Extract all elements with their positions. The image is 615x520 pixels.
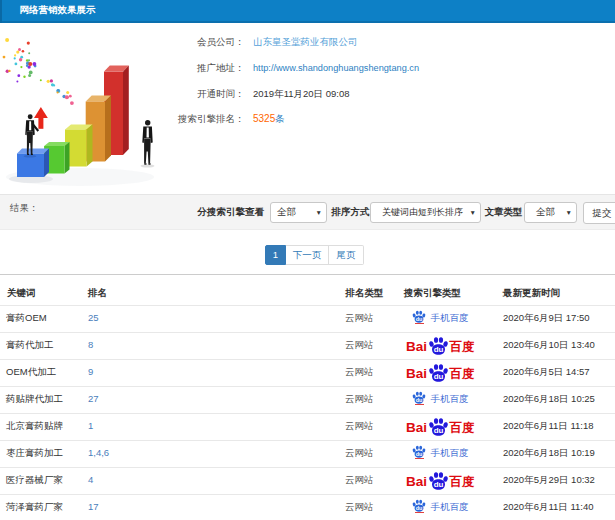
svg-text:du: du (416, 505, 423, 511)
svg-text:du: du (416, 316, 423, 322)
svg-text:du: du (434, 426, 444, 435)
svg-text:du: du (416, 451, 423, 457)
svg-text:du: du (416, 397, 423, 403)
svg-text:du: du (434, 372, 444, 381)
svg-text:du: du (434, 480, 444, 489)
svg-text:du: du (434, 345, 444, 354)
